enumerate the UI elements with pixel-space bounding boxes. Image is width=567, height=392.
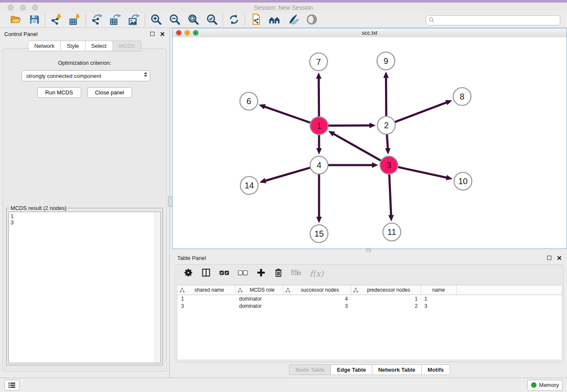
- tab-network-table[interactable]: Network Table: [372, 364, 421, 375]
- edge-arrowhead-icon: [317, 148, 322, 155]
- app-title: Session: New Session: [0, 4, 567, 11]
- tab-style[interactable]: Style: [61, 41, 85, 51]
- search-icon: [429, 17, 435, 25]
- close-panel-icon[interactable]: ✕: [556, 255, 562, 261]
- import-table-button[interactable]: [69, 14, 81, 27]
- cell-successor-nodes[interactable]: 3: [284, 303, 351, 309]
- app-titlebar: Session: New Session: [0, 3, 567, 13]
- zoom-in-icon: [150, 14, 162, 27]
- select-all-columns-icon[interactable]: [219, 269, 229, 278]
- export-table-button[interactable]: [109, 14, 122, 27]
- tab-edge-table[interactable]: Edge Table: [330, 364, 372, 375]
- graph-edge-1-2[interactable]: [328, 125, 372, 126]
- toggle-column-pane-button[interactable]: [201, 268, 211, 279]
- search-input[interactable]: [426, 15, 560, 25]
- table-row[interactable]: 3 dominator 3 2 3: [178, 302, 561, 309]
- search-field[interactable]: [426, 15, 560, 25]
- column-header-predecessor-nodes[interactable]: predecessor nodes: [351, 285, 421, 295]
- table-tabs: Node Table Edge Table Network Table Moti…: [172, 364, 567, 375]
- graph-edge-4-14[interactable]: [263, 168, 310, 181]
- graph-node-label: 14: [245, 181, 254, 190]
- open-session-button[interactable]: [9, 14, 22, 27]
- houses-icon: [268, 14, 281, 27]
- export-image-button[interactable]: [128, 14, 140, 27]
- unselect-all-columns-icon[interactable]: [238, 269, 248, 278]
- cell-mcds-role[interactable]: dominator: [236, 296, 284, 302]
- save-session-button[interactable]: [28, 14, 41, 27]
- close-panel-button[interactable]: Close panel: [87, 87, 132, 98]
- graph-edge-2-8[interactable]: [395, 102, 449, 122]
- edge-arrowhead-icon: [259, 178, 266, 183]
- cell-name[interactable]: 1: [421, 296, 457, 302]
- network-from-selection-button[interactable]: [250, 14, 262, 27]
- main-toolbar: [0, 13, 567, 28]
- table-panel-title: Table Panel: [177, 255, 206, 261]
- mcds-result-text[interactable]: 1 3: [8, 212, 161, 363]
- import-network-button[interactable]: [50, 14, 63, 27]
- tab-node-table[interactable]: Node Table: [289, 364, 330, 375]
- control-panel: Control Panel ✕ Network Style Select MCD…: [0, 28, 169, 378]
- graph-edge-3-10[interactable]: [398, 167, 449, 178]
- vertical-splitter[interactable]: [169, 28, 172, 378]
- refresh-icon: [228, 14, 240, 27]
- cell-shared-name[interactable]: 1: [178, 296, 236, 302]
- float-panel-icon[interactable]: [547, 256, 551, 260]
- column-header-shared-name[interactable]: shared name: [178, 285, 236, 295]
- cell-predecessor-nodes[interactable]: 1: [351, 296, 421, 302]
- refresh-view-button[interactable]: [228, 14, 240, 27]
- task-history-button[interactable]: [4, 380, 19, 391]
- delete-column-button[interactable]: [274, 268, 283, 279]
- edge-arrowhead-icon: [369, 123, 376, 128]
- graph-edge-3-11[interactable]: [389, 174, 391, 218]
- table-settings-button[interactable]: [184, 268, 193, 279]
- tab-network[interactable]: Network: [28, 41, 61, 51]
- column-header-mcds-role[interactable]: MCDS role: [236, 285, 284, 295]
- list-icon: [8, 382, 16, 388]
- float-panel-icon[interactable]: [150, 32, 154, 36]
- export-network-button[interactable]: [91, 14, 103, 27]
- graph-node-label: 11: [388, 227, 396, 237]
- zoom-fit-button[interactable]: [187, 14, 200, 27]
- table-toolbar: f(x): [176, 265, 563, 282]
- export-table-icon: [110, 14, 121, 27]
- status-bar: Memory: [0, 378, 567, 392]
- cell-mcds-role[interactable]: dominator: [236, 303, 284, 309]
- save-floppy-icon: [29, 14, 40, 27]
- run-mcds-button[interactable]: Run MCDS: [37, 87, 81, 98]
- cell-shared-name[interactable]: 3: [178, 303, 236, 309]
- network-window-titlebar[interactable]: × − + scc.txt: [173, 28, 567, 38]
- graph-edge-1-6[interactable]: [262, 106, 310, 123]
- create-column-button[interactable]: [256, 268, 266, 279]
- first-neighbors-button[interactable]: [268, 14, 281, 27]
- horizontal-splitter[interactable]: [172, 249, 567, 252]
- graph-node-label: 4: [317, 160, 321, 170]
- close-panel-icon[interactable]: ✕: [160, 31, 165, 37]
- graph-edge-3-1[interactable]: [332, 133, 381, 161]
- criterion-dropdown[interactable]: strongly connected component: [22, 70, 150, 81]
- tab-select[interactable]: Select: [85, 41, 113, 51]
- graph-node-label: 6: [246, 97, 251, 106]
- eye-icon: [306, 14, 318, 27]
- graph-edge-2-9[interactable]: [386, 75, 386, 116]
- table-row[interactable]: 1 dominator 4 1 1: [178, 295, 561, 302]
- cell-predecessor-nodes[interactable]: 2: [351, 303, 421, 309]
- memory-button[interactable]: Memory: [527, 380, 563, 391]
- cell-successor-nodes[interactable]: 4: [284, 296, 351, 302]
- column-header-successor-nodes[interactable]: successor nodes: [284, 285, 351, 295]
- graph-edge-1-7[interactable]: [319, 76, 319, 116]
- zoom-selected-button[interactable]: [206, 14, 218, 27]
- network-graph[interactable]: 7968124314101511: [173, 37, 567, 248]
- zoom-in-button[interactable]: [150, 14, 162, 27]
- result-scrollbar[interactable]: [154, 212, 160, 363]
- column-header-name[interactable]: name: [421, 285, 457, 295]
- zoom-out-button[interactable]: [168, 14, 181, 27]
- tab-mcds[interactable]: MCDS: [113, 41, 141, 51]
- show-graphics-button[interactable]: [287, 14, 300, 27]
- birdseye-view-button[interactable]: [306, 14, 318, 27]
- graph-node-label: 10: [458, 177, 468, 186]
- tab-motifs[interactable]: Motifs: [421, 364, 450, 375]
- export-network-icon: [91, 14, 103, 27]
- cell-name[interactable]: 3: [421, 303, 457, 309]
- edge-arrowhead-icon: [316, 72, 322, 79]
- document-network-icon: [250, 14, 262, 27]
